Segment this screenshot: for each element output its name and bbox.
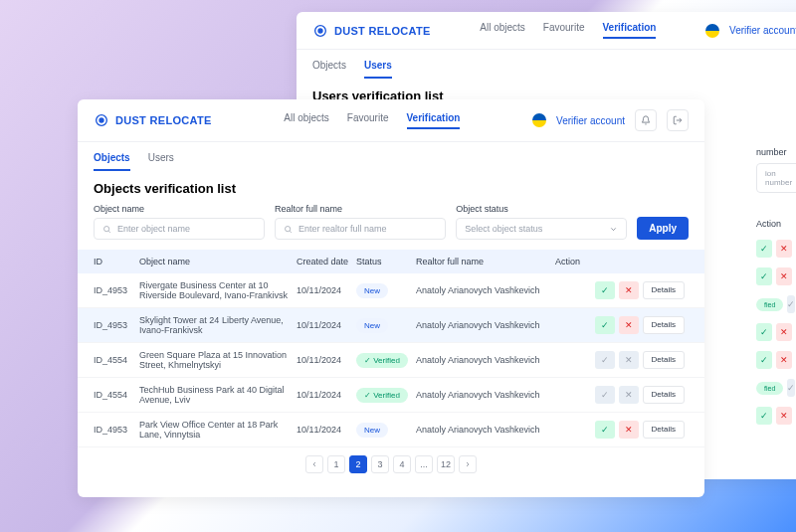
- nav-all-objects[interactable]: All objects: [284, 112, 329, 129]
- apply-button[interactable]: Apply: [637, 217, 689, 240]
- cell-status: New: [356, 318, 416, 333]
- cell-date: 10/11/2024: [297, 285, 356, 295]
- approve-button[interactable]: ✓: [756, 351, 772, 369]
- filter-status-label: Object status: [456, 204, 627, 214]
- approve-button[interactable]: ✓: [595, 386, 615, 404]
- bell-icon[interactable]: [635, 109, 657, 131]
- cell-id: ID_4554: [94, 390, 139, 400]
- svg-point-3: [100, 118, 103, 122]
- flag-icon: [705, 24, 719, 38]
- main-nav: All objects Favourite Verification: [480, 22, 656, 39]
- table-row: ✓✕D: [756, 346, 796, 374]
- cell-id: ID_4554: [94, 355, 139, 365]
- cell-id: ID_4953: [94, 320, 139, 330]
- cell-realtor: Anatoly Arianovych Vashkevich: [416, 285, 555, 295]
- reject-button[interactable]: ✕: [776, 351, 792, 369]
- approve-button[interactable]: ✓: [756, 407, 772, 425]
- table-row: ID_4554TechHub Business Park at 40 Digit…: [78, 378, 704, 413]
- cell-date: 10/11/2024: [297, 390, 356, 400]
- logo[interactable]: DUST RELOCATE: [312, 23, 431, 39]
- nav-all-objects[interactable]: All objects: [480, 22, 525, 39]
- account-label[interactable]: Verifier account: [556, 115, 625, 126]
- window-objects-verification: DUST RELOCATE All objects Favourite Veri…: [78, 99, 704, 497]
- cell-realtor: Anatoly Arianovych Vashkevich: [416, 390, 555, 400]
- cell-name: Rivergate Business Center at 10 Riversid…: [139, 280, 297, 300]
- nav-verification[interactable]: Verification: [407, 112, 461, 129]
- table-row: ✓✕D: [756, 263, 796, 290]
- reject-button[interactable]: ✕: [776, 323, 792, 341]
- page-next[interactable]: [459, 455, 477, 473]
- reject-button[interactable]: ✕: [619, 351, 639, 369]
- header: DUST RELOCATE All objects Favourite Veri…: [297, 12, 796, 50]
- cell-status: ✓ Verified: [356, 388, 416, 403]
- table-header: ID Object name Created date Status Realt…: [78, 250, 704, 273]
- approve-button[interactable]: ✓: [595, 316, 615, 334]
- reject-button[interactable]: ✕: [619, 281, 639, 299]
- subtab-users[interactable]: Users: [364, 60, 392, 79]
- cell-date: 10/11/2024: [297, 425, 356, 435]
- cell-status: New: [356, 423, 416, 438]
- approve-button[interactable]: ✓: [756, 323, 772, 341]
- cell-name: Skylight Tower at 24 Liberty Avenue, Iva…: [139, 315, 297, 335]
- page-4[interactable]: 4: [393, 455, 411, 473]
- approve-button[interactable]: ✓: [756, 267, 772, 285]
- details-button[interactable]: Details: [643, 281, 685, 299]
- approve-button[interactable]: ✓: [756, 240, 772, 258]
- page-...[interactable]: ...: [415, 455, 433, 473]
- table-row: ID_4953Skylight Tower at 24 Liberty Aven…: [78, 308, 704, 343]
- reject-button[interactable]: ✕: [619, 316, 639, 334]
- subtab-users[interactable]: Users: [148, 152, 174, 171]
- approve-button[interactable]: ✓: [787, 295, 795, 313]
- details-button[interactable]: Details: [643, 316, 685, 334]
- col-action: Action: [555, 257, 685, 266]
- cell-id: ID_4953: [94, 425, 139, 435]
- col-action: Action: [756, 213, 796, 235]
- cell-name: TechHub Business Park at 40 Digital Aven…: [139, 385, 297, 405]
- table-row: ID_4953Park View Office Center at 18 Par…: [78, 413, 704, 447]
- search-icon: [102, 225, 111, 234]
- subtab-objects[interactable]: Objects: [312, 60, 346, 79]
- approve-button[interactable]: ✓: [595, 351, 615, 369]
- col-date: Created date: [297, 257, 356, 266]
- page-1[interactable]: 1: [327, 455, 345, 473]
- cell-realtor: Anatoly Arianovych Vashkevich: [416, 320, 555, 330]
- reject-button[interactable]: ✕: [619, 386, 639, 404]
- chevron-down-icon: [609, 225, 618, 234]
- col-status: Status: [356, 257, 416, 266]
- reject-button[interactable]: ✕: [776, 267, 792, 285]
- approve-button[interactable]: ✓: [595, 281, 615, 299]
- objects-table: ID Object name Created date Status Realt…: [78, 250, 704, 447]
- details-button[interactable]: Details: [643, 351, 685, 369]
- filter-realtor-label: Realtor full name: [275, 204, 446, 214]
- approve-button[interactable]: ✓: [595, 421, 615, 439]
- table-row: ✓✕D: [756, 318, 796, 346]
- reject-button[interactable]: ✕: [619, 421, 639, 439]
- filter-bar: Object name Realtor full name Object sta…: [78, 204, 704, 250]
- reject-button[interactable]: ✕: [776, 240, 792, 258]
- details-button[interactable]: Details: [643, 421, 685, 439]
- header: DUST RELOCATE All objects Favourite Veri…: [78, 99, 704, 142]
- filter-realtor-input[interactable]: [275, 218, 446, 240]
- nav-verification[interactable]: Verification: [603, 22, 657, 39]
- logo-icon: [312, 23, 328, 39]
- approve-button[interactable]: ✓: [787, 379, 795, 397]
- flag-icon: [532, 113, 546, 127]
- logo[interactable]: DUST RELOCATE: [94, 112, 212, 128]
- page-12[interactable]: 12: [437, 455, 455, 473]
- table-row: ID_4953Rivergate Business Center at 10 R…: [78, 273, 704, 308]
- page-2[interactable]: 2: [349, 455, 367, 473]
- page-3[interactable]: 3: [371, 455, 389, 473]
- nav-favourite[interactable]: Favourite: [347, 112, 389, 129]
- logout-icon[interactable]: [667, 109, 689, 131]
- reject-button[interactable]: ✕: [776, 407, 792, 425]
- nav-favourite[interactable]: Favourite: [543, 22, 585, 39]
- cell-name: Green Square Plaza at 15 Innovation Stre…: [139, 350, 297, 370]
- filter-name-input[interactable]: [94, 218, 265, 240]
- filter-status-select[interactable]: Select object status: [456, 218, 627, 240]
- details-button[interactable]: Details: [643, 386, 685, 404]
- col-id: ID: [94, 257, 139, 266]
- filter-number-input[interactable]: ion number: [756, 163, 796, 193]
- subtab-objects[interactable]: Objects: [94, 152, 130, 171]
- page-prev[interactable]: [305, 455, 323, 473]
- account-label[interactable]: Verifier account: [729, 25, 796, 36]
